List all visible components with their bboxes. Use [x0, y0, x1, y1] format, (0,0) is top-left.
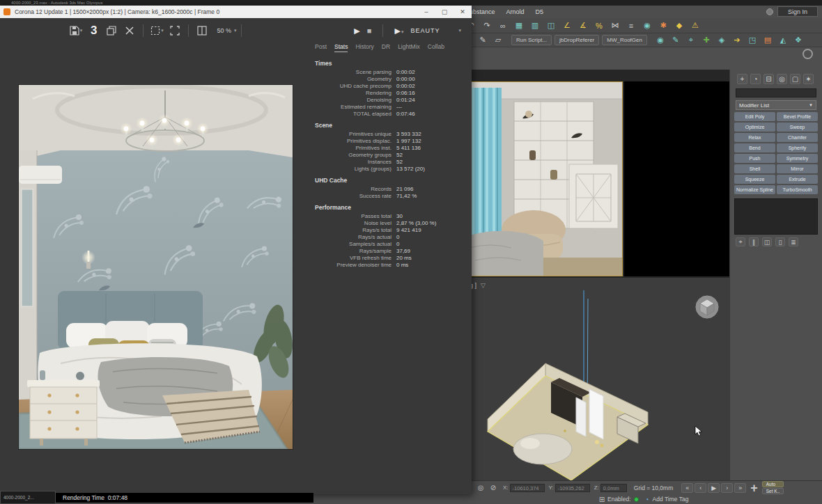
menu-d5[interactable]: D5: [530, 6, 550, 18]
select-link-icon[interactable]: ∞: [496, 19, 510, 32]
spreadsheet-icon[interactable]: ▥: [528, 19, 542, 32]
next-frame-icon[interactable]: ›: [721, 483, 733, 493]
duplicate-image-button[interactable]: [104, 22, 119, 39]
viewport-perspective[interactable]: ng ] ▽: [460, 278, 729, 480]
scene-notes-icon[interactable]: ▤: [761, 34, 775, 47]
minimize-button[interactable]: –: [417, 6, 435, 18]
workspace-icon[interactable]: [802, 49, 813, 59]
go-to-start-icon[interactable]: «: [681, 483, 693, 493]
redo-icon[interactable]: ↷: [480, 19, 494, 32]
zoom-level-dropdown[interactable]: 50 % ▾: [217, 27, 236, 34]
save-dropdown-caret[interactable]: ▾: [80, 28, 83, 33]
modifier-button-mirror[interactable]: Mirror: [777, 164, 818, 173]
data-channel-icon[interactable]: ◫: [544, 19, 558, 32]
material-editor-icon[interactable]: ◉: [640, 19, 654, 32]
go-to-end-icon[interactable]: »: [734, 483, 746, 493]
snap-toggle-icon[interactable]: ∠: [560, 19, 574, 32]
ab-compare-button[interactable]: [194, 22, 210, 39]
percent-snap-icon[interactable]: %: [592, 19, 606, 32]
menu-arnold[interactable]: Arnold: [501, 6, 530, 18]
maxscript-mini-listener-icon[interactable]: ⊞: [596, 494, 607, 504]
render-resume-icon[interactable]: ▶▾: [394, 26, 403, 36]
box-export-icon[interactable]: ◳: [745, 34, 759, 47]
modifier-button-sweep[interactable]: Sweep: [777, 123, 818, 132]
viewport-secondary[interactable]: [624, 81, 729, 276]
script-button-jbdropreferer[interactable]: jbDropReferer: [555, 35, 599, 45]
taskbar-tab[interactable]: 4000-2000_2...: [0, 491, 56, 504]
modifier-button-spherify[interactable]: Spherify: [777, 143, 818, 152]
modifier-button-bend[interactable]: Bend: [734, 143, 775, 152]
vfb-tab-stats[interactable]: Stats: [334, 43, 348, 52]
mirror-icon[interactable]: ⋈: [608, 19, 622, 32]
vfb-tab-post[interactable]: Post: [315, 43, 327, 52]
pin-stack-icon[interactable]: ⌖: [736, 237, 745, 246]
save-image-button[interactable]: ▾: [68, 22, 84, 39]
render-elements-icon[interactable]: ❖: [791, 34, 805, 47]
show-end-result-icon[interactable]: ∥: [749, 237, 759, 246]
display-tab-icon[interactable]: ▢: [790, 74, 800, 84]
gem-tool-icon[interactable]: ◈: [715, 34, 729, 47]
render-stop-icon[interactable]: ■: [367, 26, 372, 35]
prism-tool-icon[interactable]: ◭: [776, 34, 790, 47]
previous-frame-icon[interactable]: ‹: [695, 483, 706, 493]
region-render-button[interactable]: ▾: [149, 22, 164, 39]
modifier-button-turbosmooth[interactable]: TurboSmooth: [777, 185, 818, 194]
x-coordinate-field[interactable]: -10610,374: [510, 484, 545, 492]
vfb-tab-lightmix[interactable]: LightMix: [398, 43, 420, 52]
modifier-button-bevel-profile[interactable]: Bevel Profile: [777, 112, 818, 121]
modifier-button-chamfer[interactable]: Chamfer: [777, 133, 818, 142]
auto-key-button[interactable]: Auto: [762, 481, 784, 487]
script-open-icon[interactable]: ▱: [491, 34, 505, 47]
motion-tab-icon[interactable]: ◎: [777, 74, 787, 84]
vfb-tab-dr[interactable]: DR: [382, 43, 390, 52]
modifier-list-dropdown[interactable]: Modifier List ▼: [736, 100, 816, 110]
create-tab-icon[interactable]: +: [737, 74, 747, 84]
enabled-status-dot[interactable]: [634, 497, 639, 502]
modifier-button-shell[interactable]: Shell: [734, 164, 775, 173]
transform-gizmo-icon[interactable]: +: [750, 482, 758, 494]
selection-lock-icon[interactable]: ⊘: [488, 483, 499, 493]
modifier-button-extrude[interactable]: Extrude: [777, 175, 818, 184]
object-name-field[interactable]: [736, 88, 816, 97]
close-button[interactable]: ✕: [453, 6, 472, 18]
render-start-icon[interactable]: ▶: [354, 26, 359, 36]
viewcube-icon[interactable]: [693, 293, 721, 321]
rendered-image[interactable]: [19, 85, 293, 449]
modifier-button-push[interactable]: Push: [734, 154, 775, 163]
script-button-mw-roofgen[interactable]: MW_RoofGen: [602, 35, 647, 45]
modifier-button-relax[interactable]: Relax: [734, 133, 775, 142]
render-pass-dropdown[interactable]: BEAUTY ▾: [410, 27, 462, 34]
modifier-stack[interactable]: [734, 198, 818, 235]
region-dropdown-caret[interactable]: ▾: [161, 28, 164, 33]
sign-in-button[interactable]: Sign In: [777, 6, 818, 17]
set-key-button[interactable]: Set K..: [762, 488, 784, 494]
isolate-selection-icon[interactable]: ◎: [475, 483, 486, 493]
hierarchy-tab-icon[interactable]: ⊟: [763, 74, 774, 84]
y-coordinate-field[interactable]: -10935,262: [555, 484, 590, 492]
maximize-button[interactable]: ▢: [435, 6, 453, 18]
time-tag-icon[interactable]: ◔: [642, 494, 653, 504]
modifier-button-normalize-spline[interactable]: Normalize Spline: [734, 185, 775, 194]
user-avatar-icon[interactable]: [766, 8, 773, 15]
modifier-button-symmetry[interactable]: Symmetry: [777, 154, 818, 163]
warning-icon[interactable]: ⚠: [688, 19, 702, 32]
camera-tool-icon[interactable]: ◉: [653, 34, 667, 47]
add-time-tag[interactable]: Add Time Tag: [653, 496, 689, 503]
angle-snap-icon[interactable]: ∡: [576, 19, 590, 32]
table-grid-icon[interactable]: ▦: [512, 19, 526, 32]
play-animation-icon[interactable]: ▶: [708, 483, 720, 493]
make-unique-icon[interactable]: ◫: [762, 237, 772, 246]
script-button-run-script-[interactable]: Run Script...: [511, 35, 552, 45]
vfb-titlebar[interactable]: Corona 12 Update 1 | 1500×2000px (1:2) |…: [0, 6, 472, 18]
configure-modifier-sets-icon[interactable]: ≣: [789, 237, 798, 246]
utilities-tab-icon[interactable]: ✶: [803, 74, 814, 84]
remove-modifier-icon[interactable]: ▯: [775, 237, 785, 246]
paint-tool-icon[interactable]: ✎: [669, 34, 683, 47]
z-coordinate-field[interactable]: 0,0mm: [600, 484, 627, 492]
export-arrow-icon[interactable]: ➔: [730, 34, 744, 47]
vfb-tab-collab[interactable]: Collab: [428, 43, 444, 52]
health-add-icon[interactable]: ✚: [699, 34, 713, 47]
measure-tool-icon[interactable]: ⌖: [684, 34, 698, 47]
vfb-tab-history[interactable]: History: [355, 43, 373, 52]
light-lister-icon[interactable]: ◆: [672, 19, 686, 32]
